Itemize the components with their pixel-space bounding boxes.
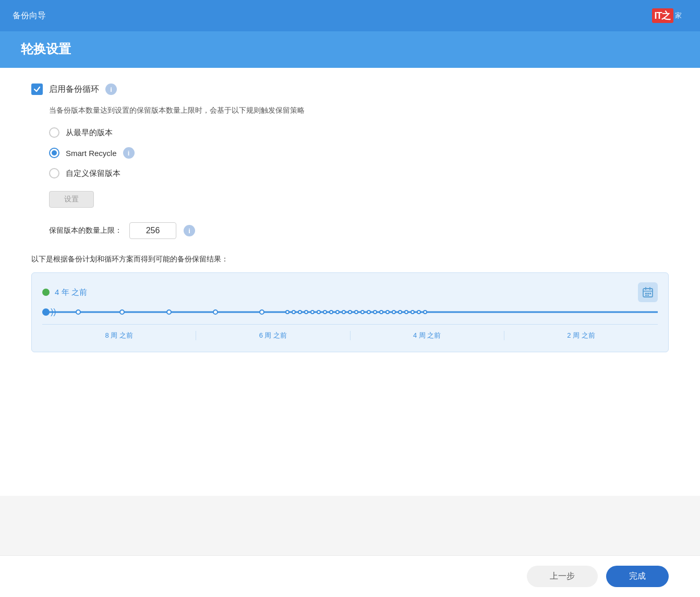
max-version-row: 保留版本的数量上限： i — [49, 222, 669, 239]
smart-recycle-info-icon[interactable]: i — [123, 147, 135, 159]
track-dot — [323, 310, 327, 314]
svg-rect-6 — [645, 295, 647, 296]
track-dot — [373, 310, 377, 314]
svg-rect-4 — [645, 293, 647, 294]
logo: IT之 家 — [646, 5, 687, 26]
app-title: 备份向导 — [13, 10, 46, 21]
settings-button[interactable]: 设置 — [49, 191, 94, 208]
track-dot — [385, 310, 390, 314]
timeline-year-label: 4 年 之前 — [55, 288, 87, 297]
track-dot — [379, 310, 383, 314]
track-dot — [304, 310, 308, 314]
track-dot — [354, 310, 358, 314]
app-header: 备份向导 IT之 家 — [0, 0, 700, 31]
track-dot — [317, 310, 321, 314]
track-dot — [417, 310, 421, 314]
timeline-label-2: 4 周 之前 — [350, 331, 504, 340]
track-sparse-left — [57, 309, 99, 315]
track-dot — [398, 310, 402, 314]
track-dot — [310, 310, 315, 314]
radio-smart-recycle-indicator — [52, 150, 57, 156]
track-dot — [329, 310, 333, 314]
logo-abbr: IT之 — [652, 8, 673, 23]
track-dot — [348, 310, 352, 314]
svg-rect-7 — [647, 295, 649, 296]
calendar-icon[interactable] — [638, 282, 658, 302]
timeline-header: 4 年 之前 — [42, 282, 658, 302]
enable-backup-cycle-checkbox[interactable] — [31, 83, 43, 95]
timeline-label-3: 2 周 之前 — [504, 331, 658, 340]
track-dot — [213, 309, 218, 315]
main-content: 启用备份循环 i 当备份版本数量达到设置的保留版本数量上限时，会基于以下规则触发… — [0, 68, 700, 496]
timeline-description: 以下是根据备份计划和循环方案而得到可能的备份保留结果： — [31, 255, 669, 264]
retention-policy-group: 从最早的版本 Smart Recycle i 自定义保留版本 — [49, 127, 669, 178]
radio-earliest-label: 从最早的版本 — [66, 128, 113, 138]
checkmark-icon — [33, 86, 41, 93]
radio-earliest-button[interactable] — [49, 127, 59, 138]
track-dots-section1 — [99, 309, 285, 315]
track-dot — [392, 310, 396, 314]
radio-custom-label: 自定义保留版本 — [66, 169, 120, 178]
footer: 上一步 完成 — [0, 555, 700, 597]
svg-rect-8 — [649, 293, 651, 294]
max-version-input[interactable] — [129, 222, 176, 239]
radio-option-smart-recycle[interactable]: Smart Recycle i — [49, 147, 669, 159]
page-title: 轮换设置 — [21, 41, 679, 57]
track-dot — [342, 310, 346, 314]
sub-header: 轮换设置 — [0, 31, 700, 68]
track-dots-dense — [285, 310, 658, 314]
radio-option-earliest[interactable]: 从最早的版本 — [49, 127, 669, 138]
radio-option-custom[interactable]: 自定义保留版本 — [49, 168, 669, 178]
backup-cycle-description: 当备份版本数量达到设置的保留版本数量上限时，会基于以下规则触发保留策略 — [49, 104, 669, 116]
track-dot-start — [42, 308, 50, 316]
max-version-info-icon[interactable]: i — [184, 225, 195, 236]
enable-backup-cycle-label: 启用备份循环 — [49, 84, 99, 95]
track-dot — [298, 310, 302, 314]
track-dot — [119, 309, 125, 315]
track-dot — [423, 310, 427, 314]
track-dot — [404, 310, 408, 314]
svg-rect-5 — [647, 293, 649, 294]
track-dot — [76, 309, 81, 315]
prev-button[interactable]: 上一步 — [527, 566, 598, 587]
timeline-label-1: 6 周 之前 — [196, 331, 349, 340]
radio-custom-button[interactable] — [49, 168, 59, 178]
track-dot — [367, 310, 371, 314]
track-dot — [292, 310, 296, 314]
timeline-track: )) — [42, 307, 658, 317]
radio-smart-recycle-button[interactable] — [49, 148, 59, 158]
track-dot — [166, 309, 172, 315]
logo-subtitle: 家 — [675, 11, 682, 20]
max-version-label: 保留版本的数量上限： — [49, 226, 122, 235]
finish-button[interactable]: 完成 — [606, 566, 669, 587]
track-dot — [360, 310, 365, 314]
track-dot — [335, 310, 340, 314]
radio-smart-recycle-label: Smart Recycle — [66, 149, 117, 158]
timeline-labels: 8 周 之前 6 周 之前 4 周 之前 2 周 之前 — [42, 324, 658, 340]
track-wavy: )) — [51, 308, 56, 316]
calendar-svg — [642, 286, 654, 298]
track-dot — [285, 310, 289, 314]
track-dot — [411, 310, 415, 314]
timeline-green-dot — [42, 289, 50, 296]
enable-backup-cycle-row: 启用备份循环 i — [31, 83, 669, 95]
track-dot — [259, 309, 264, 315]
enable-backup-cycle-info-icon[interactable]: i — [105, 83, 117, 95]
timeline-container: 4 年 之前 — [31, 272, 669, 352]
timeline-label-0: 8 周 之前 — [42, 331, 196, 340]
